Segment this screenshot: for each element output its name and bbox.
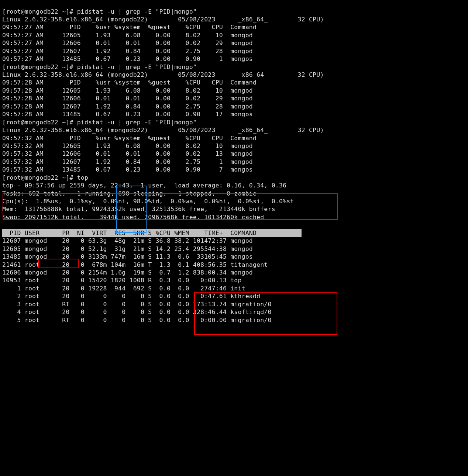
mongod-rows-highlight — [3, 193, 338, 220]
cpu-us-highlight — [38, 259, 79, 268]
terminal-output: [root@mongodb22 ~]# pidstat -u | grep -E… — [0, 6, 468, 326]
top-process-highlight — [194, 292, 337, 332]
